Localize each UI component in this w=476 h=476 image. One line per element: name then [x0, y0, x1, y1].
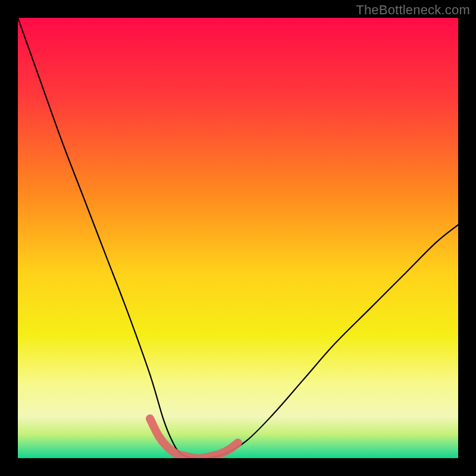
gradient-background [18, 18, 458, 458]
watermark-text: TheBottleneck.com [356, 2, 470, 18]
chart-frame: TheBottleneck.com [0, 0, 476, 476]
bottleneck-chart [18, 18, 458, 458]
